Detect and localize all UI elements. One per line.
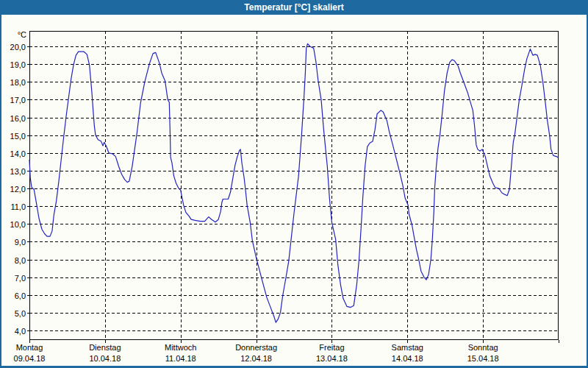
y-axis-unit-label: °C xyxy=(18,30,26,39)
y-axis-label: 9,0 xyxy=(15,238,26,247)
temperature-chart: 20,019,018,017,016,015,014,013,012,011,0… xyxy=(1,15,587,366)
x-axis-day-label: Samstag xyxy=(392,343,423,352)
x-axis-day-label: Montag xyxy=(16,343,43,352)
y-axis-label: 10,0 xyxy=(10,220,26,229)
chart-content: 20,019,018,017,016,015,014,013,012,011,0… xyxy=(1,15,587,366)
chart-window: Temperatur [°C] skaliert 20,019,018,017,… xyxy=(0,0,588,368)
x-axis-date-label: 12.04.18 xyxy=(240,354,272,363)
x-axis-day-label: Mittwoch xyxy=(165,343,196,352)
x-axis-date-label: 10.04.18 xyxy=(89,354,121,363)
y-axis-label: 8,0 xyxy=(15,256,26,265)
y-axis-label: 14,0 xyxy=(10,149,26,158)
x-axis-day-label: Sonntag xyxy=(468,343,498,352)
y-axis-label: 19,0 xyxy=(10,60,26,69)
x-axis-date-label: 11.04.18 xyxy=(165,354,196,363)
x-axis-day-label: Dienstag xyxy=(89,343,121,352)
y-axis-label: 16,0 xyxy=(10,114,26,123)
y-axis-label: 17,0 xyxy=(10,96,26,105)
x-axis-day-label: Freitag xyxy=(319,343,344,352)
y-axis-label: 11,0 xyxy=(10,202,26,211)
window-titlebar[interactable]: Temperatur [°C] skaliert xyxy=(0,0,588,15)
x-axis-date-label: 14.04.18 xyxy=(392,354,423,363)
y-axis-label: 15,0 xyxy=(10,132,26,141)
plot-border xyxy=(30,32,559,340)
y-axis-label: 6,0 xyxy=(15,291,26,300)
y-axis-label: 4,0 xyxy=(15,327,26,336)
x-axis-date-label: 09.04.18 xyxy=(14,354,46,363)
y-axis-label: 18,0 xyxy=(10,78,26,87)
y-axis-label: 20,0 xyxy=(10,43,26,52)
x-axis-date-label: 15.04.18 xyxy=(467,354,499,363)
x-axis-date-label: 13.04.18 xyxy=(316,354,348,363)
y-axis-label: 12,0 xyxy=(10,185,26,194)
temperature-line xyxy=(29,43,558,322)
y-axis-label: 5,0 xyxy=(15,309,26,318)
x-axis-day-label: Donnerstag xyxy=(235,343,277,352)
y-axis-label: 13,0 xyxy=(10,167,26,176)
y-axis-label: 7,0 xyxy=(15,274,26,283)
window-title: Temperatur [°C] skaliert xyxy=(244,2,343,13)
